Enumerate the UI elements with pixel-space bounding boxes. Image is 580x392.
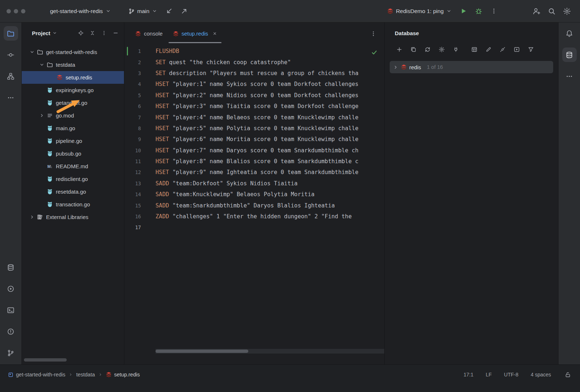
tree-item-transaction.go[interactable]: transaction.go	[22, 198, 124, 211]
tree-item-label: pubsub.go	[56, 150, 81, 157]
database-item-redis[interactable]: redis1 of 16	[390, 61, 553, 73]
code-line-8[interactable]: 8HSET "player:5" name Polytia score 0 te…	[124, 123, 384, 134]
code-line-3[interactable]: 3SET description "Players must rescue a …	[124, 68, 384, 79]
file-writable-button[interactable]	[563, 370, 572, 379]
code-line-7[interactable]: 7HSET "player:4" name Belaeos score 0 te…	[124, 112, 384, 123]
code-line-15[interactable]: 15SADD "team:Snarkdumbthimble" Daryos Bl…	[124, 200, 384, 211]
status-file-encoding[interactable]: UTF-8	[504, 372, 518, 377]
tab-setup.redis[interactable]: setup.redis	[168, 22, 222, 45]
stripe-button-notifications[interactable]	[562, 26, 577, 41]
tree-item-get-started-with-redis[interactable]: get-started-with-redis	[22, 46, 124, 58]
edit-button[interactable]	[483, 44, 493, 54]
tree-chevron-slot[interactable]	[28, 49, 36, 55]
tree-item-setup.redis[interactable]: setup.redis	[22, 71, 124, 84]
debug-button[interactable]	[472, 5, 485, 18]
breadcrumb-item[interactable]: setup.redis	[106, 372, 140, 377]
status-indent[interactable]: 4 spaces	[531, 372, 551, 377]
collapse-all-button[interactable]	[87, 28, 98, 38]
code-line-11[interactable]: 11HSET "player:8" name Blalios score 0 t…	[124, 156, 384, 167]
tree-item-pipeline.go[interactable]: pipeline.go	[22, 135, 124, 147]
code-line-2[interactable]: 2SET quest "the chicken coop catastrophe…	[124, 57, 384, 67]
tree-chevron-slot[interactable]	[37, 62, 46, 68]
stripe-button-more[interactable]	[4, 90, 18, 105]
tree-item-expiringkeys.go[interactable]: expiringkeys.go	[22, 84, 124, 96]
stripe-button-services[interactable]	[4, 281, 18, 296]
detach-button[interactable]	[497, 44, 508, 54]
stripe-button-terminal[interactable]	[4, 303, 18, 317]
code-line-10[interactable]: 10HSET "player:7" name Daryos score 0 te…	[124, 145, 384, 156]
project-selector[interactable]: get-started-with-redis	[47, 6, 114, 17]
tree-chevron-slot[interactable]	[28, 214, 36, 220]
table-view-button[interactable]	[469, 44, 479, 54]
tree-item-redisclient.go[interactable]: redisclient.go	[22, 173, 124, 185]
tree-item-label: transaction.go	[56, 201, 90, 207]
code-line-17[interactable]: 17	[124, 222, 384, 233]
select-opened-file-button[interactable]	[75, 28, 86, 38]
stripe-button-project[interactable]	[4, 26, 18, 41]
tree-item-README.md[interactable]: M↓README.md	[22, 160, 124, 173]
tree-item-resetdata.go[interactable]: resetdata.go	[22, 185, 124, 198]
search-everywhere-button[interactable]	[545, 5, 558, 18]
code-line-4[interactable]: 4HSET "player:1" name Sykios score 0 tea…	[124, 79, 384, 90]
status-line-separator[interactable]: LF	[486, 372, 492, 377]
refresh-button[interactable]	[422, 44, 432, 54]
breadcrumb-item[interactable]: get-started-with-redis	[8, 372, 65, 377]
hide-button[interactable]	[110, 28, 121, 38]
add-button[interactable]	[394, 44, 404, 54]
expand-chevron[interactable]	[393, 65, 398, 70]
editor-scrollbar[interactable]	[156, 349, 384, 354]
status-cursor-position[interactable]: 17:1	[464, 372, 473, 377]
code-line-16[interactable]: 16ZADD "challenges" 1 "Enter the hidden …	[124, 211, 384, 222]
tree-item-pubsub.go[interactable]: pubsub.go	[22, 147, 124, 160]
editor-scrollbar-thumb[interactable]	[156, 350, 248, 353]
window-minimize-button[interactable]	[14, 9, 18, 13]
stripe-button-database[interactable]	[4, 260, 18, 275]
stripe-button-version-control[interactable]	[4, 346, 18, 360]
code-line-14[interactable]: 14SADD "team:Knucklewimp" Belaeos Polyti…	[124, 189, 384, 200]
inspections-ok-icon[interactable]	[371, 49, 378, 56]
code-with-me-button[interactable]	[530, 5, 543, 18]
update-project-button[interactable]	[162, 5, 175, 18]
stripe-button-problems[interactable]	[4, 324, 18, 339]
tab-options-button[interactable]	[367, 27, 380, 40]
data-source-properties-button[interactable]	[436, 44, 447, 54]
duplicate-button[interactable]	[408, 44, 418, 54]
code-line-1[interactable]: 1FLUSHDB	[124, 46, 384, 57]
tree-item-go.mod[interactable]: go.mod	[22, 109, 124, 122]
code-area[interactable]: 1FLUSHDB2SET quest "the chicken coop cat…	[124, 45, 384, 364]
project-scrollbar[interactable]	[24, 358, 67, 362]
project-panel-title: Project	[32, 30, 50, 36]
code-line-5[interactable]: 5HSET "player:2" name Nidios score 0 tea…	[124, 90, 384, 101]
run-config-selector[interactable]: RedisDemo 1: ping	[384, 6, 455, 17]
code-text: HSET "player:6" name Moritia score 0 tea…	[156, 136, 359, 143]
stripe-button-commit[interactable]	[4, 48, 18, 62]
query-console-button[interactable]	[511, 44, 522, 54]
stripe-button-structure[interactable]	[4, 69, 18, 83]
run-button[interactable]	[457, 5, 470, 18]
plus-icon	[396, 46, 402, 53]
vcs-widget[interactable]: main	[125, 6, 161, 17]
code-line-9[interactable]: 9HSET "player:6" name Moritia score 0 te…	[124, 134, 384, 145]
filter-button[interactable]	[526, 44, 536, 54]
tree-item-External Libraries[interactable]: External Libraries	[22, 211, 124, 223]
window-zoom-button[interactable]	[21, 9, 25, 13]
breadcrumb-item[interactable]: testdata	[76, 372, 95, 377]
tree-chevron-slot[interactable]	[37, 113, 46, 119]
tab-console[interactable]: console	[130, 22, 168, 45]
code-line-12[interactable]: 12HSET "player:9" name Ighteatia score 0…	[124, 167, 384, 178]
code-line-13[interactable]: 13SADD "team:Dorkfoot" Sykios Nidios Tia…	[124, 178, 384, 189]
push-button[interactable]	[178, 5, 191, 18]
stripe-button-more[interactable]	[562, 69, 577, 83]
disconnect-button[interactable]	[451, 44, 461, 54]
database-icon	[7, 264, 14, 271]
tree-item-main.go[interactable]: main.go	[22, 122, 124, 135]
more-actions-button[interactable]	[487, 5, 500, 18]
close-tab-button[interactable]	[212, 31, 217, 36]
stripe-button-database[interactable]	[562, 48, 577, 62]
window-close-button[interactable]	[7, 9, 11, 13]
ide-settings-button[interactable]	[560, 5, 573, 18]
code-line-6[interactable]: 6HSET "player:3" name Tiaitia score 0 te…	[124, 101, 384, 112]
tree-item-getandset.go[interactable]: getandset.go	[22, 96, 124, 109]
tree-item-testdata[interactable]: testdata	[22, 58, 124, 71]
options-button[interactable]	[99, 28, 109, 38]
